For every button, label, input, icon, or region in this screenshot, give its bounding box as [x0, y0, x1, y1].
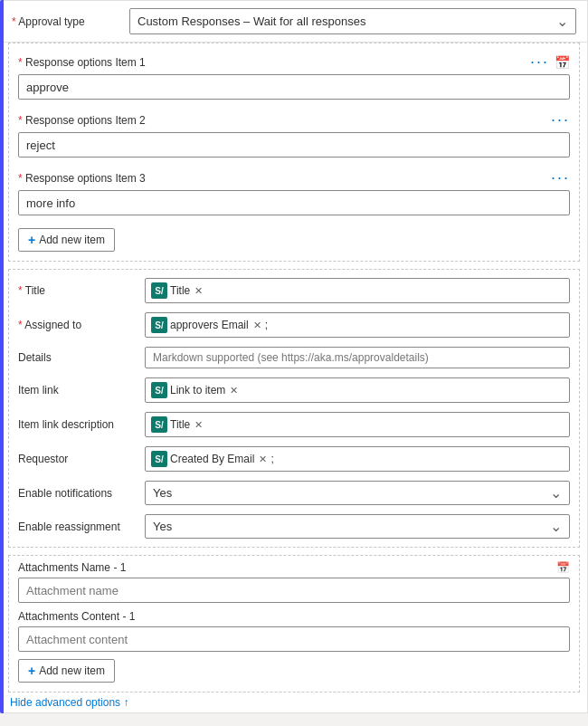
enable-reassignment-dropdown[interactable]: Yes ⌄: [145, 514, 570, 539]
assigned-to-tag-remove[interactable]: ✕: [253, 320, 261, 331]
attachments-content-label: Attachments Content - 1: [18, 610, 135, 623]
response-item-2-label-row: * Response options Item 2 ···: [18, 110, 570, 129]
attachments-name-label-row: Attachments Name - 1 📅: [18, 561, 570, 574]
assigned-to-tag-icon: S/: [151, 317, 167, 333]
response-item-3-dots-icon[interactable]: ···: [551, 168, 570, 187]
response-item-1: * Response options Item 1 ··· 📅: [18, 49, 570, 107]
enable-reassignment-label: Enable reassignment: [18, 521, 145, 533]
requestor-value: S/ Created By Email ✕ ;: [145, 446, 570, 472]
item-link-field-row: Item link S/ Link to item ✕: [9, 373, 579, 407]
fields-section: * Title S/ Title ✕: [8, 269, 580, 548]
details-label: Details: [18, 351, 145, 364]
hidden-link-text: Hide advanced options ↑: [10, 696, 128, 709]
item-link-desc-label: Item link description: [18, 418, 145, 431]
response-item-3-label-row: * Response options Item 3 ···: [18, 168, 570, 187]
attachments-content-input[interactable]: [18, 626, 570, 652]
response-item-1-dots-icon[interactable]: ···: [530, 53, 549, 72]
form-container: * Approval type Custom Responses – Wait …: [0, 0, 588, 713]
item-link-tag: S/ Link to item ✕: [151, 382, 238, 398]
add-response-item-button[interactable]: + Add new item: [18, 228, 115, 252]
approval-type-chevron-icon: ⌄: [556, 13, 568, 30]
title-value: S/ Title ✕: [145, 278, 570, 303]
requestor-semicolon: ;: [270, 453, 273, 465]
approval-type-row: * Approval type Custom Responses – Wait …: [1, 1, 587, 43]
item-link-value: S/ Link to item ✕: [145, 377, 570, 403]
enable-notifications-dropdown[interactable]: Yes ⌄: [145, 481, 570, 505]
assigned-to-tag: S/ approvers Email ✕: [151, 317, 261, 333]
title-label: * Title: [18, 284, 145, 297]
enable-reassignment-chevron-icon: ⌄: [550, 518, 562, 535]
approval-type-dropdown[interactable]: Custom Responses – Wait for all response…: [129, 8, 576, 34]
title-tag-field[interactable]: S/ Title ✕: [145, 278, 570, 303]
hidden-link-row[interactable]: Hide advanced options ↑: [1, 693, 587, 712]
details-input[interactable]: [145, 347, 570, 368]
assigned-to-tag-field[interactable]: S/ approvers Email ✕ ;: [145, 312, 570, 338]
response-item-1-calendar-icon[interactable]: 📅: [555, 55, 570, 70]
enable-reassignment-value: Yes ⌄: [145, 514, 570, 539]
attachments-name-label: Attachments Name - 1: [18, 561, 126, 574]
response-item-2-input[interactable]: [18, 132, 570, 158]
response-item-3-input[interactable]: [18, 190, 570, 215]
attachments-content-label-row: Attachments Content - 1: [18, 610, 570, 623]
assigned-to-semicolon: ;: [265, 319, 268, 331]
response-items-section: * Response options Item 1 ··· 📅 *: [8, 43, 580, 262]
requestor-field-row: Requestor S/ Created By Email ✕ ;: [9, 442, 579, 476]
item-link-desc-value: S/ Title ✕: [145, 412, 570, 437]
assigned-to-label: * Assigned to: [18, 319, 145, 331]
approval-type-value: Custom Responses – Wait for all response…: [138, 14, 365, 28]
add-response-plus-icon: +: [28, 233, 35, 247]
enable-reassignment-field-row: Enable reassignment Yes ⌄: [9, 510, 579, 543]
add-attachment-plus-icon: +: [28, 664, 35, 678]
enable-notifications-value: Yes ⌄: [145, 481, 570, 505]
item-link-tag-field[interactable]: S/ Link to item ✕: [145, 377, 570, 403]
details-value: [145, 347, 570, 368]
assigned-to-value: S/ approvers Email ✕ ;: [145, 312, 570, 338]
response-item-2: * Response options Item 2 ···: [18, 107, 570, 165]
blue-accent-bar: [0, 0, 4, 713]
enable-notifications-chevron-icon: ⌄: [550, 484, 562, 502]
requestor-tag-field[interactable]: S/ Created By Email ✕ ;: [145, 446, 570, 472]
title-tag-remove[interactable]: ✕: [194, 285, 203, 297]
enable-notifications-text: Yes: [153, 486, 172, 500]
response-item-1-input[interactable]: [18, 74, 570, 100]
add-attachment-button[interactable]: + Add new item: [18, 659, 115, 683]
attachments-calendar-icon[interactable]: 📅: [556, 561, 570, 574]
item-link-tag-icon: S/: [151, 382, 167, 398]
item-link-desc-tag-field[interactable]: S/ Title ✕: [145, 412, 570, 437]
assigned-to-field-row: * Assigned to S/ approvers Email ✕ ;: [9, 308, 579, 342]
title-field-row: * Title S/ Title ✕: [9, 273, 579, 308]
enable-reassignment-text: Yes: [153, 520, 172, 533]
fields-section-inner: * Title S/ Title ✕: [9, 270, 579, 547]
attachments-section: Attachments Name - 1 📅 Attachments Conte…: [8, 555, 580, 693]
title-tag: S/ Title ✕: [151, 282, 203, 299]
details-field-row: Details: [9, 342, 579, 373]
title-tag-icon: S/: [151, 282, 167, 299]
item-link-desc-tag-icon: S/: [151, 416, 167, 433]
requestor-label: Requestor: [18, 453, 145, 465]
response-item-3: * Response options Item 3 ···: [18, 165, 570, 223]
response-item-2-dots-icon[interactable]: ···: [551, 110, 570, 129]
item-link-desc-tag: S/ Title ✕: [151, 416, 203, 433]
enable-notifications-label: Enable notifications: [18, 487, 145, 500]
requestor-tag-icon: S/: [151, 451, 167, 467]
item-link-desc-tag-remove[interactable]: ✕: [194, 419, 203, 431]
requestor-tag: S/ Created By Email ✕: [151, 451, 267, 467]
item-link-tag-remove[interactable]: ✕: [230, 385, 238, 396]
item-link-desc-field-row: Item link description S/ Title ✕: [9, 407, 579, 442]
response-item-1-label-row: * Response options Item 1 ··· 📅: [18, 53, 570, 72]
approval-type-label: * Approval type: [12, 15, 129, 28]
requestor-tag-remove[interactable]: ✕: [259, 454, 267, 465]
item-link-label: Item link: [18, 384, 145, 396]
enable-notifications-field-row: Enable notifications Yes ⌄: [9, 476, 579, 510]
attachments-name-input[interactable]: [18, 578, 570, 603]
